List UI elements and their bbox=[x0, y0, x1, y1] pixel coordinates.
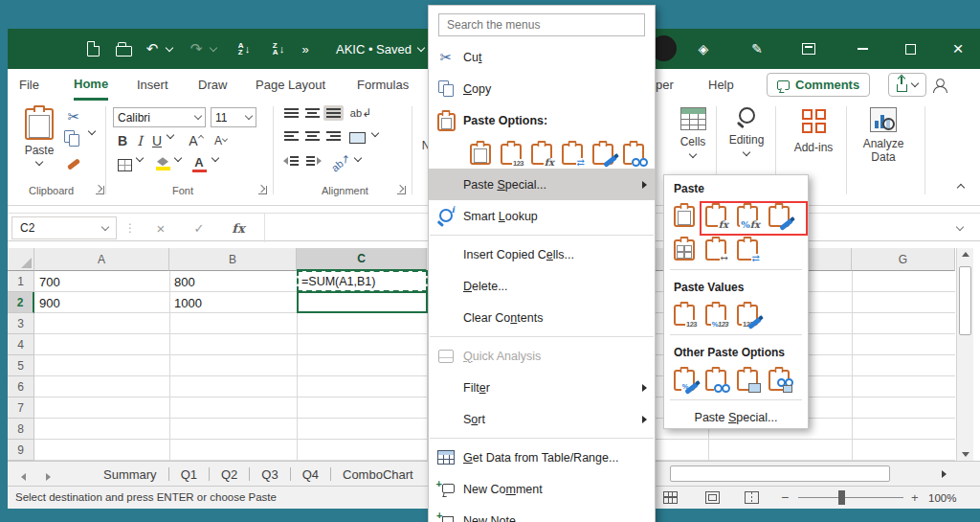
vertical-scrollbar[interactable] bbox=[956, 248, 973, 461]
undo-dropdown[interactable] bbox=[164, 29, 175, 69]
designer-button[interactable]: ◈ bbox=[689, 29, 718, 69]
fill-color-button[interactable] bbox=[153, 154, 172, 173]
menu-search-box[interactable] bbox=[438, 13, 645, 36]
sort-za-button[interactable]: ZA↓ bbox=[264, 29, 293, 69]
menu-item-new-comment[interactable]: + New Comment bbox=[429, 473, 655, 505]
page-break-view-button[interactable] bbox=[745, 491, 759, 504]
prev-sheet-button[interactable] bbox=[21, 469, 26, 484]
align-middle-button[interactable] bbox=[302, 108, 322, 118]
font-name-combo[interactable]: Calibri bbox=[113, 107, 206, 127]
page-layout-view-button[interactable] bbox=[705, 491, 720, 504]
scroll-right-button[interactable] bbox=[934, 465, 953, 483]
people-button[interactable] bbox=[932, 69, 947, 101]
next-sheet-button[interactable] bbox=[46, 469, 51, 484]
new-file-button[interactable] bbox=[78, 29, 107, 69]
row-header-8[interactable]: 8 bbox=[8, 419, 34, 440]
zoom-out-button[interactable]: − bbox=[781, 489, 789, 505]
menu-item-clear-contents[interactable]: Clear Contents bbox=[429, 302, 655, 333]
row-header-7[interactable]: 7 bbox=[8, 397, 34, 419]
sheet-tab-combochart[interactable]: ComboChart bbox=[331, 467, 425, 482]
paste-link-icon[interactable] bbox=[705, 367, 726, 391]
undo-button[interactable]: ↶ bbox=[140, 29, 165, 69]
redo-dropdown[interactable] bbox=[208, 29, 219, 69]
enter-button[interactable]: ✓ bbox=[189, 214, 209, 242]
menu-item-copy[interactable]: Copy bbox=[429, 73, 655, 104]
cell-B1[interactable]: 800 bbox=[169, 271, 297, 292]
minimize-button[interactable] bbox=[846, 29, 879, 69]
collapse-ribbon-button[interactable] bbox=[953, 181, 969, 191]
grow-font-button[interactable]: A bbox=[186, 131, 207, 150]
horizontal-scroll-thumb[interactable] bbox=[670, 465, 890, 482]
copy-button[interactable] bbox=[59, 127, 84, 148]
menu-item-insert-copied-cells[interactable]: Insert Copied Cells... bbox=[429, 238, 655, 270]
draw-mode-button[interactable]: ✎ bbox=[743, 29, 771, 69]
zoom-slider-thumb[interactable] bbox=[838, 490, 845, 505]
underline-button[interactable]: U bbox=[149, 131, 165, 150]
orientation-dropdown[interactable] bbox=[352, 158, 364, 161]
submenu-paste-special[interactable]: Paste Special... bbox=[664, 404, 808, 431]
maximize-button[interactable] bbox=[894, 29, 926, 69]
borders-dropdown[interactable] bbox=[134, 158, 145, 161]
zoom-slider-track[interactable] bbox=[798, 497, 903, 498]
row-header-1[interactable]: 1 bbox=[8, 271, 34, 292]
format-painter-button[interactable] bbox=[61, 154, 86, 173]
paste-formatting-icon[interactable] bbox=[592, 141, 613, 165]
close-button[interactable]: × bbox=[942, 29, 974, 69]
clipboard-dialog-launcher[interactable] bbox=[96, 186, 104, 194]
cell-A1[interactable]: 700 bbox=[34, 271, 169, 292]
row-header-9[interactable]: 9 bbox=[8, 440, 34, 461]
scroll-up-button[interactable] bbox=[957, 252, 974, 257]
transpose-icon[interactable]: ⇄ bbox=[737, 237, 758, 261]
paste-values-icon[interactable]: 123 bbox=[501, 141, 522, 165]
col-header-G[interactable]: G bbox=[852, 248, 955, 271]
font-dialog-launcher[interactable] bbox=[258, 186, 267, 194]
fill-color-dropdown[interactable] bbox=[172, 158, 184, 161]
tab-home[interactable]: Home bbox=[74, 69, 108, 101]
picture-icon[interactable] bbox=[737, 367, 758, 391]
analyze-data-button[interactable]: Analyze Data bbox=[854, 107, 913, 164]
alignment-dialog-launcher[interactable] bbox=[397, 186, 406, 194]
scroll-down-button[interactable] bbox=[957, 452, 974, 457]
values-source-formatting-icon[interactable]: 123 bbox=[737, 302, 758, 326]
paste-button[interactable]: Paste bbox=[19, 105, 59, 165]
addins-button[interactable]: Add-ins bbox=[785, 109, 842, 154]
menu-item-cut[interactable]: ✂ Cut bbox=[429, 41, 655, 73]
increase-indent-button[interactable] bbox=[304, 156, 323, 166]
insert-function-button[interactable]: fx bbox=[228, 214, 249, 242]
font-color-dropdown[interactable] bbox=[210, 158, 221, 161]
zoom-level[interactable]: 100% bbox=[928, 492, 956, 504]
menu-item-paste-special[interactable]: Paste Special... bbox=[429, 169, 655, 200]
tab-help[interactable]: Help bbox=[708, 69, 734, 101]
cell-A2[interactable]: 900 bbox=[34, 292, 169, 313]
tab-formulas[interactable]: Formulas bbox=[357, 69, 409, 101]
copy-dropdown[interactable] bbox=[86, 131, 98, 134]
underline-dropdown[interactable] bbox=[165, 135, 176, 138]
font-color-button[interactable]: A bbox=[189, 153, 209, 174]
sheet-tab-q2[interactable]: Q2 bbox=[210, 467, 249, 482]
sort-az-button[interactable]: AZ↓ bbox=[230, 29, 258, 69]
tab-file[interactable]: File bbox=[19, 69, 39, 101]
borders-button[interactable] bbox=[115, 156, 134, 173]
values-number-formatting-icon[interactable]: %123 bbox=[705, 302, 726, 326]
sheet-tab-q1[interactable]: Q1 bbox=[169, 467, 209, 482]
merge-center-button[interactable] bbox=[346, 129, 368, 147]
paste-transpose-icon[interactable]: ⇄ bbox=[562, 141, 583, 165]
sheet-tab-summary[interactable]: Summary bbox=[92, 467, 168, 482]
row-header-6[interactable]: 6 bbox=[8, 376, 34, 397]
col-header-A[interactable]: A bbox=[34, 248, 169, 271]
bold-button[interactable]: B bbox=[115, 131, 130, 150]
name-box-splitter[interactable]: ⋮ bbox=[124, 214, 136, 242]
tab-insert[interactable]: Insert bbox=[137, 69, 168, 101]
shrink-font-button[interactable]: A bbox=[211, 131, 232, 150]
menu-item-get-data[interactable]: Get Data from Table/Range... bbox=[429, 442, 655, 473]
values-icon[interactable]: 123 bbox=[674, 302, 695, 326]
normal-view-button[interactable] bbox=[663, 491, 678, 504]
wrap-text-button[interactable]: ab↲ bbox=[348, 106, 373, 120]
linked-picture-icon[interactable] bbox=[768, 367, 790, 391]
paste-icon[interactable] bbox=[674, 203, 695, 227]
paste-link-icon[interactable] bbox=[623, 141, 644, 165]
align-right-button[interactable] bbox=[323, 131, 343, 141]
paste-icon[interactable] bbox=[470, 141, 491, 165]
menu-item-filter[interactable]: Filter bbox=[429, 372, 655, 403]
ribbon-display-button[interactable] bbox=[794, 29, 823, 69]
